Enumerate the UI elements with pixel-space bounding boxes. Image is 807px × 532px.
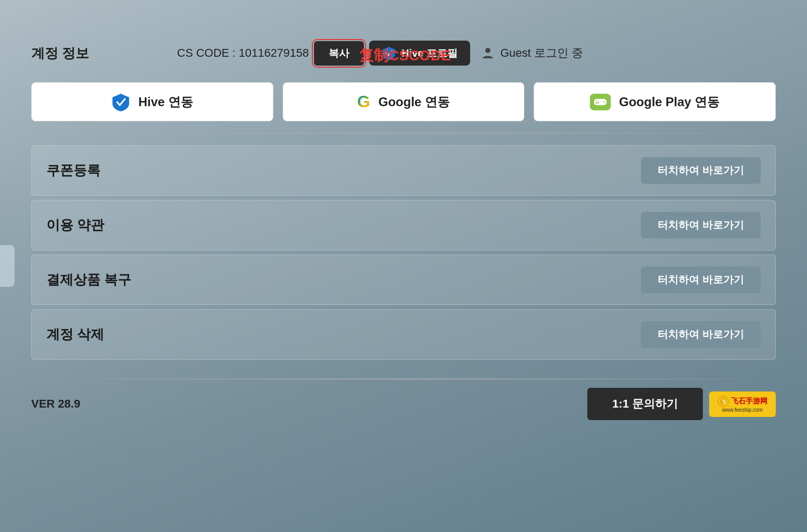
left-pill [0, 245, 15, 287]
svg-point-6 [603, 101, 604, 102]
coupon-row: 쿠폰등록 터치하여 바로가기 [31, 145, 776, 196]
gamepad-icon [590, 94, 611, 110]
purchase-restore-label: 결제상품 복구 [46, 271, 131, 289]
feeship-top: 飞 飞石手游网 [717, 396, 767, 407]
svg-rect-5 [597, 100, 597, 103]
person-icon [481, 46, 495, 60]
feeship-logo: 飞 飞石手游网 www.feeship.com [709, 391, 776, 417]
copy-cscode-annotation: 复制CSCODE [359, 46, 451, 66]
google-play-connection-label: Google Play 연동 [619, 94, 720, 110]
footer-row: VER 28.9 1:1 문의하기 飞 飞石手游网 www.feeship.co… [31, 388, 776, 420]
footer-right: 1:1 문의하기 飞 飞石手游网 www.feeship.com [587, 388, 776, 420]
purchase-restore-row: 결제상품 복구 터치하여 바로가기 [31, 255, 776, 305]
menu-section: 쿠폰등록 터치하여 바로가기 이용 약관 터치하여 바로가기 결제상품 복구 터… [31, 145, 776, 364]
hive-connection-label: Hive 연동 [138, 94, 193, 110]
connection-row: Hive 연동 G Google 연동 Google Play 연동 [31, 82, 776, 121]
version-label: VER 28.9 [31, 397, 80, 411]
terms-goto-button[interactable]: 터치하여 바로가기 [641, 212, 761, 238]
guest-login-label: Guest 로그인 중 [500, 45, 583, 61]
google-connection-label: Google 연동 [379, 94, 450, 110]
coupon-goto-button[interactable]: 터치하여 바로가기 [641, 157, 761, 184]
bottom-divider [31, 378, 776, 379]
hive-connection-button[interactable]: Hive 연동 [31, 82, 273, 121]
terms-row: 이용 약관 터치하여 바로가기 [31, 200, 776, 250]
guest-login: Guest 로그인 중 [481, 45, 583, 61]
account-info-label: 계정 정보 [31, 44, 94, 62]
google-connection-button[interactable]: G Google 연동 [283, 82, 525, 121]
cs-code-text: CS CODE : 10116279158 [177, 46, 309, 60]
coupon-label: 쿠폰등록 [46, 161, 100, 180]
google-play-connection-button[interactable]: Google Play 연동 [534, 82, 776, 121]
purchase-restore-goto-button[interactable]: 터치하여 바로가기 [641, 267, 761, 293]
svg-point-7 [604, 102, 605, 103]
main-container: 复制CSCODE 계정 정보 CS CODE : 10116279158 복사 … [31, 31, 776, 501]
feeship-coin-icon: 飞 [717, 396, 729, 407]
account-delete-goto-button[interactable]: 터치하여 바로가기 [641, 321, 761, 348]
feeship-name: 飞石手游网 [731, 397, 767, 406]
account-delete-label: 계정 삭제 [46, 325, 104, 344]
account-delete-row: 계정 삭제 터치하여 바로가기 [31, 309, 776, 360]
inquiry-button[interactable]: 1:1 문의하기 [587, 388, 703, 420]
google-g-icon: G [357, 92, 370, 111]
top-divider [31, 133, 776, 134]
copy-button[interactable]: 복사 [314, 41, 364, 66]
svg-point-0 [485, 48, 490, 53]
svg-text:飞: 飞 [721, 399, 726, 404]
terms-label: 이용 약관 [46, 216, 104, 234]
feeship-url: www.feeship.com [722, 407, 763, 413]
hive-conn-icon [111, 93, 130, 111]
